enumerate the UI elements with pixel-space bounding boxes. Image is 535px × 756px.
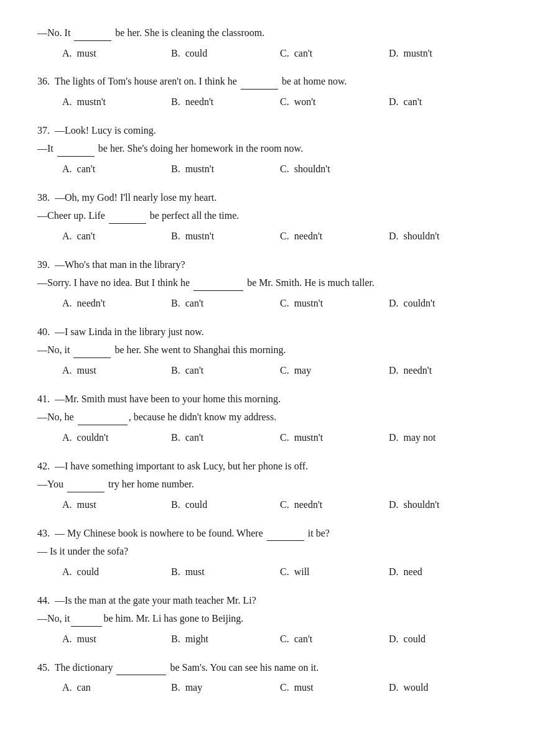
question-44: 44. —Is the man at the gate your math te…	[37, 592, 498, 648]
question-line-2: —You try her home number.	[37, 476, 498, 492]
question-36: 36. The lights of Tom's house aren't on.…	[37, 73, 498, 111]
option-a: A. must	[62, 630, 171, 648]
options-row: A. can't B. mustn't C. needn't D. should…	[37, 228, 498, 246]
options-row: A. couldn't B. can't C. mustn't D. may n…	[37, 429, 498, 447]
question-43: 43. — My Chinese book is nowhere to be f…	[37, 525, 498, 581]
option-a: A. must	[62, 45, 171, 63]
question-line-2: —No, it be her. She went to Shanghai thi…	[37, 342, 498, 358]
option-c: C. can't	[280, 45, 389, 63]
question-38: 38. —Oh, my God! I'll nearly lose my hea…	[37, 190, 498, 246]
option-b: B. can't	[171, 295, 280, 313]
question-line: —No. It be her. She is cleaning the clas…	[37, 25, 498, 41]
option-b: B. can't	[171, 429, 280, 447]
question-40: 40. —I saw Linda in the library just now…	[37, 324, 498, 380]
option-c: C. must	[280, 679, 389, 697]
question-line-1: 42. —I have something important to ask L…	[37, 458, 498, 474]
question-42: 42. —I have something important to ask L…	[37, 458, 498, 514]
option-a: A. couldn't	[62, 429, 171, 447]
option-b: B. could	[171, 496, 280, 514]
options-row: A. must B. could C. can't D. mustn't	[37, 45, 498, 63]
question-line-2: — Is it under the sofa?	[37, 543, 498, 560]
question-41: 41. —Mr. Smith must have been to your ho…	[37, 391, 498, 447]
option-b: B. could	[171, 45, 280, 63]
option-b: B. might	[171, 630, 280, 648]
blank	[74, 40, 111, 41]
option-a: A. can't	[62, 228, 171, 246]
option-b: B. needn't	[171, 93, 280, 111]
option-d	[389, 160, 498, 178]
question-line-1: 38. —Oh, my God! I'll nearly lose my hea…	[37, 190, 498, 206]
option-d: D. mustn't	[389, 45, 498, 63]
blank	[67, 492, 105, 492]
option-c: C. can't	[280, 630, 389, 648]
option-a: A. must	[62, 496, 171, 514]
blank	[241, 89, 278, 90]
question-line-2: —Cheer up. Life be perfect all the time.	[37, 208, 498, 224]
option-a: A. can't	[62, 160, 171, 178]
question-line-2: —Sorry. I have no idea. But I think he b…	[37, 275, 498, 291]
option-a: A. could	[62, 563, 171, 581]
option-d: D. shouldn't	[389, 496, 498, 514]
question-line-1: 39. —Who's that man in the library?	[37, 257, 498, 273]
question-intro35: —No. It be her. She is cleaning the clas…	[37, 25, 498, 62]
option-a: A. can	[62, 679, 171, 697]
blank	[57, 156, 95, 157]
blank	[267, 540, 304, 541]
question-line-2: —No, itbe him. Mr. Li has gone to Beijin…	[37, 611, 498, 627]
question-line-1: 37. —Look! Lucy is coming.	[37, 122, 498, 139]
option-c: C. will	[280, 563, 389, 581]
option-c: C. mustn't	[280, 295, 389, 313]
options-row: A. can B. may C. must D. would	[37, 679, 498, 697]
option-a: A. mustn't	[62, 93, 171, 111]
option-d: D. may not	[389, 429, 498, 447]
question-39: 39. —Who's that man in the library? —Sor…	[37, 257, 498, 313]
option-d: D. needn't	[389, 362, 498, 380]
option-c: C. won't	[280, 93, 389, 111]
blank	[109, 223, 146, 224]
blank	[116, 675, 166, 675]
question-line: 36. The lights of Tom's house aren't on.…	[37, 73, 498, 90]
question-line: 45. The dictionary be Sam's. You can see…	[37, 660, 498, 676]
question-line-1: 40. —I saw Linda in the library just now…	[37, 324, 498, 340]
exam-content: —No. It be her. She is cleaning the clas…	[37, 25, 498, 697]
option-b: B. can't	[171, 362, 280, 380]
option-d: D. could	[389, 630, 498, 648]
option-c: C. shouldn't	[280, 160, 389, 178]
blank	[78, 425, 128, 425]
option-d: D. would	[389, 679, 498, 697]
option-b: B. may	[171, 679, 280, 697]
option-d: D. couldn't	[389, 295, 498, 313]
options-row: A. could B. must C. will D. need	[37, 563, 498, 581]
options-row: A. needn't B. can't C. mustn't D. couldn…	[37, 295, 498, 313]
option-d: D. need	[389, 563, 498, 581]
option-c: C. may	[280, 362, 389, 380]
option-d: D. can't	[389, 93, 498, 111]
option-a: A. must	[62, 362, 171, 380]
options-row: A. must B. might C. can't D. could	[37, 630, 498, 648]
question-37: 37. —Look! Lucy is coming. —It be her. S…	[37, 122, 498, 178]
options-row: A. must B. could C. needn't D. shouldn't	[37, 496, 498, 514]
blank	[193, 290, 243, 291]
options-row: A. mustn't B. needn't C. won't D. can't	[37, 93, 498, 111]
question-line-1: 44. —Is the man at the gate your math te…	[37, 592, 498, 609]
option-c: C. needn't	[280, 496, 389, 514]
question-line-1: 41. —Mr. Smith must have been to your ho…	[37, 391, 498, 407]
option-b: B. mustn't	[171, 228, 280, 246]
option-b: B. must	[171, 563, 280, 581]
options-row: A. can't B. mustn't C. shouldn't	[37, 160, 498, 178]
option-c: C. mustn't	[280, 429, 389, 447]
question-line-2: —It be her. She's doing her homework in …	[37, 141, 498, 157]
option-c: C. needn't	[280, 228, 389, 246]
options-row: A. must B. can't C. may D. needn't	[37, 362, 498, 380]
option-d: D. shouldn't	[389, 228, 498, 246]
question-line-1: 43. — My Chinese book is nowhere to be f…	[37, 525, 498, 542]
option-a: A. needn't	[62, 295, 171, 313]
question-45: 45. The dictionary be Sam's. You can see…	[37, 660, 498, 697]
blank	[71, 626, 102, 627]
blank	[73, 357, 111, 358]
question-line-2: —No, he , because he didn't know my addr…	[37, 409, 498, 425]
option-b: B. mustn't	[171, 160, 280, 178]
